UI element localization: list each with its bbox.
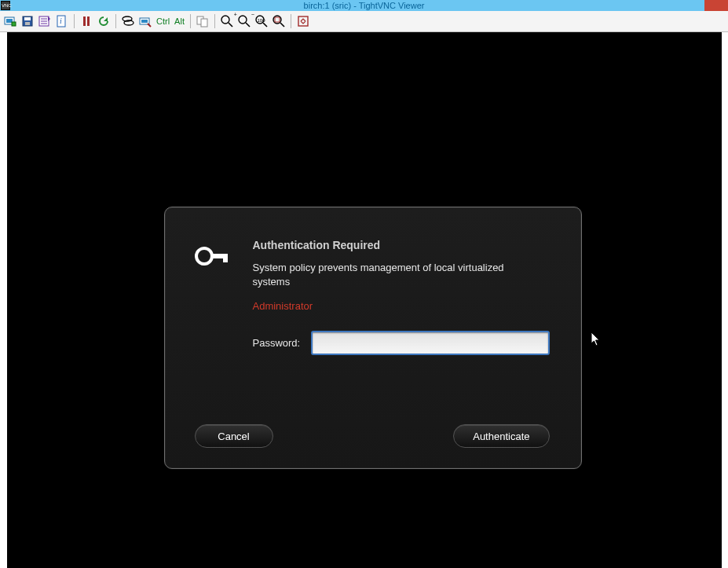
svg-point-17 (221, 16, 229, 24)
window-buttons (657, 0, 728, 11)
remote-desktop[interactable]: Authentication Required System policy pr… (7, 32, 722, 568)
password-input[interactable] (311, 331, 550, 355)
alt-key-toggle[interactable]: Alt (174, 16, 185, 26)
zoom-in-icon[interactable] (220, 14, 234, 28)
dialog-user: Administrator (253, 300, 550, 312)
toolbar-separator (214, 14, 215, 28)
window-title: birch:1 (sric) - TightVNC Viewer (0, 0, 728, 11)
svg-rect-2 (12, 22, 16, 26)
svg-point-25 (201, 254, 207, 259)
toolbar-separator (190, 14, 191, 28)
password-label: Password: (253, 337, 301, 349)
svg-rect-5 (25, 22, 30, 25)
options-icon[interactable] (38, 14, 52, 28)
pause-icon[interactable] (79, 14, 93, 28)
toolbar-separator (74, 14, 75, 28)
authenticate-button[interactable]: Authenticate (453, 424, 549, 448)
dialog-message: System policy prevents management of loc… (253, 261, 536, 289)
save-icon[interactable] (20, 14, 35, 28)
svg-rect-16 (201, 19, 207, 27)
dialog-title: Authentication Required (253, 239, 550, 251)
svg-point-18 (239, 16, 247, 24)
ctrl-key-toggle[interactable]: Ctrl (155, 16, 170, 26)
remote-desktop-wrapper: Authentication Required System policy pr… (0, 32, 728, 568)
svg-rect-27 (223, 258, 228, 262)
svg-rect-4 (24, 17, 31, 20)
vnc-toolbar: i Ctrl Alt (0, 11, 728, 32)
svg-rect-22 (275, 17, 280, 22)
ctrl-alt-del-icon[interactable] (121, 14, 135, 28)
refresh-icon[interactable] (97, 14, 111, 28)
minimize-button[interactable] (657, 0, 681, 11)
maximize-button[interactable] (681, 0, 704, 11)
toolbar-separator (115, 14, 116, 28)
key-icon (195, 245, 229, 267)
svg-rect-9 (83, 16, 86, 26)
svg-rect-23 (298, 16, 308, 26)
new-connection-icon[interactable] (3, 14, 17, 28)
svg-text:100: 100 (257, 18, 265, 23)
fullscreen-icon[interactable] (296, 14, 310, 28)
mouse-cursor-icon (591, 332, 602, 347)
zoom-out-icon[interactable] (237, 14, 251, 28)
window-titlebar: VNC birch:1 (sric) - TightVNC Viewer (0, 0, 728, 11)
svg-rect-10 (87, 16, 90, 26)
svg-rect-14 (141, 20, 148, 23)
svg-rect-26 (210, 254, 228, 258)
svg-text:i: i (60, 16, 62, 25)
file-transfer-icon[interactable] (196, 14, 210, 28)
authentication-dialog: Authentication Required System policy pr… (164, 207, 582, 469)
cancel-button[interactable]: Cancel (195, 424, 273, 448)
info-icon[interactable]: i (55, 14, 69, 28)
zoom-100-icon[interactable]: 100 (254, 14, 269, 28)
ctrl-esc-icon[interactable] (138, 14, 152, 28)
toolbar-separator (291, 14, 291, 28)
zoom-fit-icon[interactable] (272, 14, 286, 28)
close-button[interactable] (704, 0, 728, 11)
